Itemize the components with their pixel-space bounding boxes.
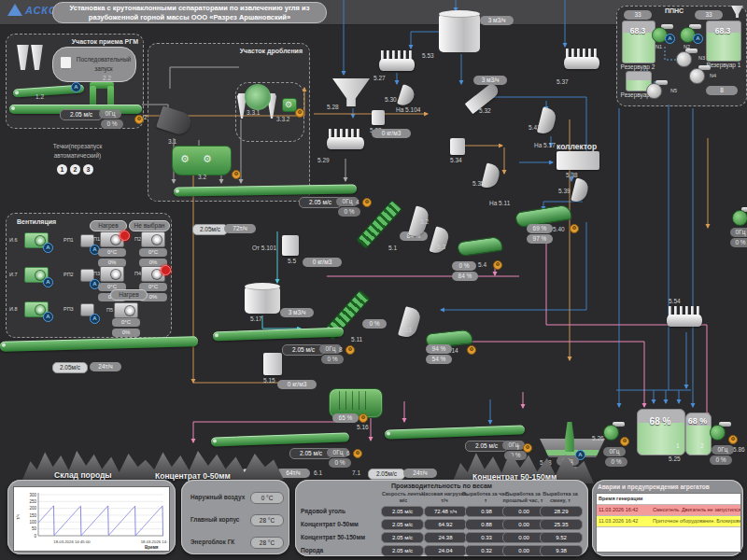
tank-5-53[interactable]: [439, 13, 480, 52]
equip-tag: 5.40: [553, 226, 565, 232]
pct-pill: 69 %: [527, 224, 553, 233]
supply-unit[interactable]: [100, 266, 124, 282]
unit-label: П4: [134, 271, 141, 276]
maintenance-icon[interactable]: ⚙: [728, 435, 738, 444]
sequential-start-button[interactable]: Последовательный запуск: [52, 47, 136, 82]
auto-mode-badge[interactable]: A: [90, 314, 100, 324]
equip-tag: 5.34: [450, 157, 462, 163]
separator-3-3-1[interactable]: [245, 84, 271, 110]
pct-pill: 97 %: [527, 234, 553, 244]
pump-n5[interactable]: [646, 80, 669, 99]
screen-5-37[interactable]: [564, 49, 599, 71]
fault-badge[interactable]: [161, 265, 171, 275]
equip-tag: 5.13: [400, 327, 412, 333]
maintenance-icon[interactable]: ⚙: [493, 260, 502, 270]
heating-button-top[interactable]: Нагрев: [90, 220, 127, 231]
fan-label: И.8: [9, 306, 18, 312]
production-cell: 9.38: [540, 545, 583, 556]
alarm-text: Приточное оборудование. Блокировка: [651, 516, 740, 526]
pct-pill: 94 %: [426, 344, 452, 354]
pump-body: [732, 210, 747, 226]
maintenance-icon[interactable]: ⚙: [570, 224, 579, 233]
damper-label: РП3: [63, 306, 74, 312]
alarm-time: 11.03.2026 16:42: [597, 505, 651, 515]
alarm-row[interactable]: 11.03.2026 16:42 Смеситель. Двигатель не…: [597, 505, 740, 516]
alarm-row[interactable]: 11.03.2026 16:42 Приточное оборудование.…: [597, 516, 740, 527]
y-tick: 150: [29, 513, 36, 518]
tank-fill: [638, 423, 684, 455]
maintenance-icon[interactable]: ⚙: [232, 170, 241, 179]
pump-right-edge[interactable]: [732, 207, 747, 226]
equip-tag: 5.32: [479, 107, 491, 114]
auto-mode-badge[interactable]: A: [665, 34, 675, 44]
screen-5-29[interactable]: [327, 129, 364, 153]
pct-value: 0%: [112, 329, 140, 337]
collector-label: коллектор: [557, 142, 597, 151]
speed-pill: 2.05м/с: [192, 224, 228, 235]
not-selected-button[interactable]: Не выбран: [129, 220, 170, 231]
pct-pill: 0 %: [362, 319, 387, 329]
gear-icon: ⚙: [285, 100, 292, 110]
maintenance-icon[interactable]: ⚙: [295, 108, 304, 118]
tank-5-17[interactable]: [245, 286, 280, 314]
trend-line: [38, 506, 163, 536]
unit-5-33[interactable]: [372, 110, 385, 125]
reservoir-2-level: 68.3: [624, 26, 652, 35]
equip-tag: 4: [356, 199, 359, 205]
tank-fill: [686, 426, 711, 455]
auto-mode-badge[interactable]: A: [693, 34, 703, 44]
maintenance-icon[interactable]: ⚙: [134, 115, 144, 124]
crusher-3-2[interactable]: ⚙ ⚙: [172, 146, 232, 175]
unit-5-5[interactable]: [282, 235, 299, 256]
temp-row-value: 28 °C: [250, 514, 284, 526]
heating-button-bottom[interactable]: Нагрев: [110, 289, 148, 301]
maintenance-icon[interactable]: ⚙: [362, 198, 372, 207]
production-cell: 25.35: [540, 519, 583, 530]
maintenance-icon[interactable]: ⚙: [467, 345, 476, 355]
auto-mode-badge[interactable]: A: [43, 312, 53, 322]
maintenance-icon[interactable]: ⚙: [620, 437, 629, 446]
auto-mode-badge[interactable]: A: [43, 243, 53, 253]
unit-5-15[interactable]: [263, 353, 282, 375]
restart-button-1[interactable]: 1: [57, 164, 67, 175]
supply-unit[interactable]: [141, 231, 165, 247]
production-row-label: Порода: [301, 547, 323, 553]
temp-value: 0°C: [112, 318, 140, 327]
supply-unit[interactable]: [114, 302, 138, 318]
production-row-label: Концентрат 50-150мм: [301, 534, 365, 540]
equip-tag: 5.86: [733, 446, 745, 453]
pump-label: N5: [670, 88, 677, 93]
fault-badge[interactable]: [120, 231, 130, 241]
restart-button-3[interactable]: 3: [83, 164, 93, 175]
route-tag: На 5.11: [489, 200, 510, 206]
auto-mode-badge[interactable]: A: [43, 277, 53, 287]
production-header: Выработка за смену, т: [536, 491, 585, 504]
speed-pill: 2.05м/с: [52, 362, 88, 373]
hz-pill: 0Гц: [730, 228, 747, 237]
auto-mode-badge[interactable]: A: [71, 82, 81, 92]
pile-label: Склад породы: [54, 470, 112, 480]
unit-5-34[interactable]: [450, 138, 465, 155]
pump-n3[interactable]: [676, 49, 698, 67]
pct-pill: 0 %: [730, 238, 747, 247]
equip-tag: 6.1: [314, 469, 322, 476]
unit-label: П3: [93, 271, 100, 276]
pump-n4[interactable]: [689, 65, 712, 84]
alarms-table: Время генерации 11.03.2026 16:42 Смесите…: [596, 493, 741, 553]
hz-pill: 0Гц: [603, 447, 626, 456]
maintenance-icon[interactable]: ⚙: [353, 449, 362, 458]
alarm-time: 11.03.2026 16:42: [597, 516, 651, 526]
pct-pill: 0 %: [338, 207, 360, 217]
density-pill: 0 кг/м3: [372, 129, 411, 138]
collector-5-38[interactable]: [557, 151, 599, 170]
maintenance-icon[interactable]: ⚙: [345, 345, 355, 355]
temp-value: 0°C: [139, 248, 167, 257]
equip-tag: 5.17: [250, 315, 262, 322]
screen-5-27[interactable]: [379, 50, 415, 73]
restart-button-2[interactable]: 2: [70, 164, 80, 175]
equip-tag: 5.38: [566, 172, 578, 178]
screen-5-54[interactable]: [667, 306, 702, 329]
maintenance-icon[interactable]: ⚙: [359, 413, 368, 423]
speed-pill: 2.05 м/с: [282, 344, 325, 356]
alarm-text: Смеситель. Двигатель не запустился: [651, 505, 740, 515]
